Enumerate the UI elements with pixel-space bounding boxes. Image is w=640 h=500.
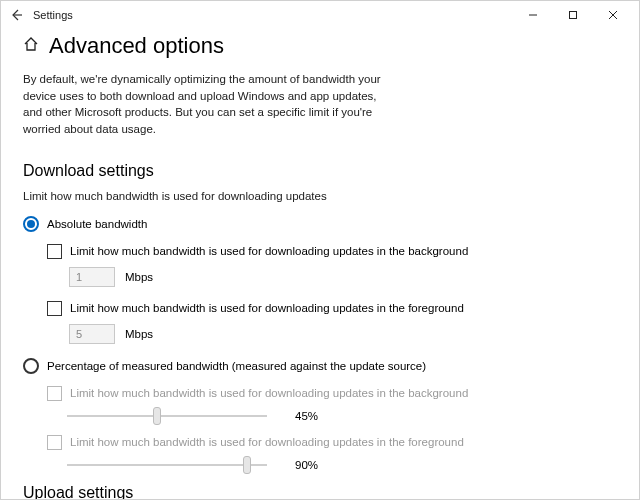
home-icon[interactable] [23,36,39,56]
checkbox-absolute-background[interactable]: Limit how much bandwidth is used for dow… [47,244,617,259]
page-title: Advanced options [49,33,224,59]
back-button[interactable] [7,9,27,24]
checkbox-icon [47,386,62,401]
settings-window: Settings Advanced options By default, we… [0,0,640,500]
page-header: Advanced options [23,33,617,59]
download-caption: Limit how much bandwidth is used for dow… [23,190,617,202]
absolute-background-input[interactable]: 1 [69,267,115,287]
radio-icon [23,216,39,232]
unit-label: Mbps [125,328,153,340]
slider-percent-foreground [67,458,267,472]
checkbox-label: Limit how much bandwidth is used for dow… [70,302,464,314]
page-description: By default, we're dynamically optimizing… [23,71,383,138]
absolute-foreground-input[interactable]: 5 [69,324,115,344]
checkbox-absolute-foreground[interactable]: Limit how much bandwidth is used for dow… [47,301,617,316]
checkbox-label: Limit how much bandwidth is used for dow… [70,436,464,448]
radio-percentage-bandwidth[interactable]: Percentage of measured bandwidth (measur… [23,358,617,374]
percent-background-value: 45% [295,410,318,422]
checkbox-percent-background: Limit how much bandwidth is used for dow… [47,386,617,401]
radio-label: Absolute bandwidth [47,218,147,230]
checkbox-label: Limit how much bandwidth is used for dow… [70,387,468,399]
upload-section-title: Upload settings [23,484,617,499]
titlebar: Settings [1,1,639,29]
unit-label: Mbps [125,271,153,283]
checkbox-icon [47,244,62,259]
checkbox-icon [47,435,62,450]
checkbox-label: Limit how much bandwidth is used for dow… [70,245,468,257]
radio-absolute-bandwidth[interactable]: Absolute bandwidth [23,216,617,232]
download-section-title: Download settings [23,162,617,180]
checkbox-icon [47,301,62,316]
svg-rect-1 [570,12,577,19]
slider-percent-background [67,409,267,423]
maximize-button[interactable] [553,1,593,29]
radio-label: Percentage of measured bandwidth (measur… [47,360,426,372]
percent-foreground-value: 90% [295,459,318,471]
content-area: Advanced options By default, we're dynam… [1,29,639,499]
minimize-button[interactable] [513,1,553,29]
radio-icon [23,358,39,374]
checkbox-percent-foreground: Limit how much bandwidth is used for dow… [47,435,617,450]
app-title: Settings [33,9,73,21]
close-button[interactable] [593,1,633,29]
